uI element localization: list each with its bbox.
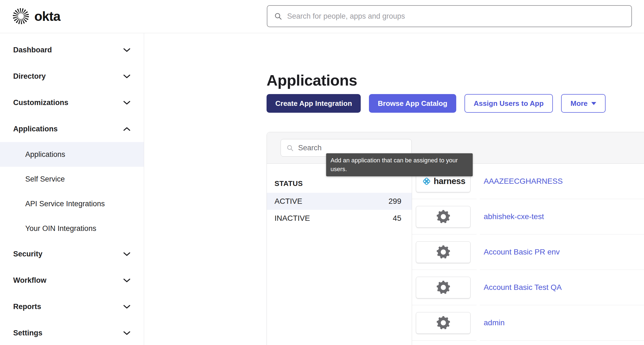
sidebar-item-dashboard[interactable]: Dashboard (0, 37, 144, 63)
okta-wordmark: okta (34, 9, 60, 24)
app-logo-tile (416, 277, 471, 298)
app-link[interactable]: AAAZEECGHARNESS (484, 177, 563, 186)
app-logo-tile (416, 312, 471, 334)
status-filter-active[interactable]: ACTIVE 299 (267, 193, 412, 210)
app-row[interactable]: abhishek-cxe-test (412, 199, 644, 234)
browse-app-catalog-button[interactable]: Browse App Catalog (369, 94, 456, 113)
okta-logo[interactable]: okta (12, 7, 60, 25)
topbar: okta (0, 0, 644, 33)
search-icon (286, 144, 294, 152)
more-button[interactable]: More (561, 94, 606, 113)
status-filter-header: STATUS (267, 177, 412, 190)
okta-spinner-icon (12, 7, 30, 25)
app-logo-tile (416, 206, 471, 228)
sidebar-item-directory[interactable]: Directory (0, 63, 144, 89)
status-filter-panel: STATUS ACTIVE 299 INACTIVE 45 (267, 164, 412, 345)
chevron-up-icon (123, 127, 131, 131)
card-body: STATUS ACTIVE 299 INACTIVE 45 (267, 164, 644, 345)
app-link[interactable]: abhishek-cxe-test (484, 212, 544, 221)
chevron-down-icon (123, 74, 131, 79)
tooltip: Add an application that can be assigned … (326, 153, 473, 176)
app-row[interactable]: Account Basic PR env (412, 234, 644, 270)
status-filter-inactive[interactable]: INACTIVE 45 (267, 210, 412, 227)
action-buttons: Create App Integration Browse App Catalo… (267, 94, 606, 113)
app-row[interactable]: Account Basic Test QA (412, 270, 644, 305)
app-search-input[interactable] (298, 143, 406, 152)
gear-icon (436, 280, 451, 295)
sidebar-subitem-your-oin-integrations[interactable]: Your OIN Integrations (0, 216, 144, 241)
page-title: Applications (267, 71, 357, 89)
harness-logo-icon (421, 176, 432, 187)
tooltip-line: Add an application that can be assigned … (331, 156, 468, 165)
gear-icon (436, 315, 451, 330)
tooltip-line: users. (331, 165, 468, 174)
global-search[interactable] (267, 5, 632, 27)
sidebar-item-applications[interactable]: Applications (0, 116, 144, 142)
gear-icon (436, 245, 451, 259)
sidebar-subitem-self-service[interactable]: Self Service (0, 167, 144, 191)
create-app-integration-button[interactable]: Create App Integration (267, 94, 361, 113)
chevron-down-icon (123, 304, 131, 309)
app-row[interactable]: admin (412, 305, 644, 341)
chevron-down-icon (123, 278, 131, 283)
inactive-count: 45 (393, 214, 401, 223)
app-logo-tile (416, 241, 471, 263)
chevron-down-icon (123, 100, 131, 105)
sidebar-item-security[interactable]: Security (0, 241, 144, 267)
assign-users-to-app-button[interactable]: Assign Users to App (464, 94, 553, 113)
search-icon (274, 12, 282, 20)
global-search-input[interactable] (287, 12, 625, 21)
sidebar-item-reports[interactable]: Reports (0, 293, 144, 320)
app-link[interactable]: Account Basic Test QA (484, 283, 562, 292)
sidebar-subitem-applications[interactable]: Applications (0, 142, 144, 167)
app-link[interactable]: Account Basic PR env (484, 248, 560, 256)
sidebar-item-customizations[interactable]: Customizations (0, 89, 144, 116)
sidebar-subitem-api-service-integrations[interactable]: API Service Integrations (0, 191, 144, 216)
sidebar: Dashboard Directory Customizations Appli… (0, 33, 144, 345)
chevron-down-icon (123, 252, 131, 256)
app-link[interactable]: admin (484, 318, 505, 327)
caret-down-icon (591, 102, 596, 105)
chevron-down-icon (123, 48, 131, 52)
app-list: harness AAAZEECGHARNESS (412, 164, 644, 345)
active-count: 299 (388, 197, 401, 206)
sidebar-item-workflow[interactable]: Workflow (0, 267, 144, 293)
chevron-down-icon (123, 331, 131, 335)
sidebar-item-settings[interactable]: Settings (0, 320, 144, 345)
gear-icon (436, 209, 451, 224)
